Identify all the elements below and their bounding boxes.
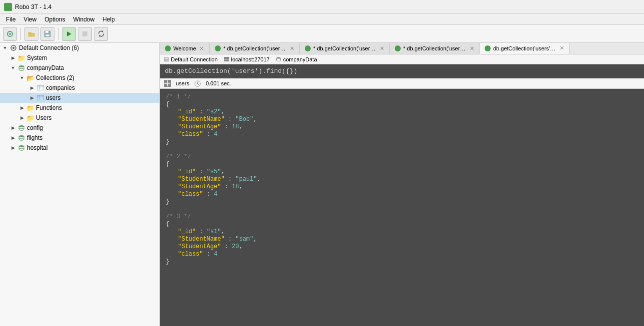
svg-point-19 xyxy=(19,125,24,127)
sidebar-item-companies[interactable]: ▶ companies xyxy=(0,83,159,93)
record-2-age: "StudentAge" : 18, xyxy=(166,183,638,190)
tab-find1-close[interactable]: ✕ xyxy=(290,45,294,52)
connection-label: Default Connection (6) xyxy=(19,44,79,51)
companydata-arrow: ▼ xyxy=(10,65,16,71)
connect-button[interactable] xyxy=(3,27,17,41)
sidebar-item-hospital[interactable]: ▶ hospital xyxy=(0,143,159,153)
tab-find2-close[interactable]: ✕ xyxy=(380,45,384,52)
tab-find2[interactable]: * db.getCollection('users').find... ✕ xyxy=(300,43,390,54)
conn-host: localhost:27017 xyxy=(224,56,270,62)
toolbar-separator-2 xyxy=(58,28,58,40)
tab-delete-close[interactable]: ✕ xyxy=(470,45,474,52)
conn-database: companyData xyxy=(276,56,317,62)
hospital-icon xyxy=(17,144,25,152)
tab-delete[interactable]: * db.getCollection('users').dele... ✕ xyxy=(390,43,480,54)
tab-welcome-label: Welcome xyxy=(173,45,196,51)
refresh-button[interactable] xyxy=(94,27,108,41)
conn-host-label: localhost:27017 xyxy=(231,56,270,62)
tab-find3[interactable]: db.getCollection('users').find({}) ✕ xyxy=(480,43,570,54)
system-arrow: ▶ xyxy=(10,55,16,61)
stop-button[interactable] xyxy=(78,27,92,41)
sidebar-item-users-folder[interactable]: ▶ 📁 Users xyxy=(0,113,159,123)
functions-arrow: ▶ xyxy=(19,105,25,111)
query-editor[interactable]: db.getCollection('users').find({}) xyxy=(160,64,644,78)
companydata-label: companyData xyxy=(27,64,64,71)
record-1-comment: /* 1 */ xyxy=(166,93,638,100)
users-collection-icon xyxy=(36,94,44,102)
open-folder-button[interactable] xyxy=(24,27,38,41)
sidebar-item-system[interactable]: ▶ 📁 System xyxy=(0,53,159,63)
record-1-close: } xyxy=(166,138,638,145)
sidebar-item-users[interactable]: ▶ users xyxy=(0,93,159,103)
hospital-arrow: ▶ xyxy=(10,145,16,151)
record-3-open: { xyxy=(166,221,638,228)
svg-point-10 xyxy=(12,47,14,49)
sidebar-item-config[interactable]: ▶ config xyxy=(0,123,159,133)
tab-welcome[interactable]: Welcome ✕ xyxy=(160,43,210,54)
svg-point-27 xyxy=(276,57,280,59)
svg-point-12 xyxy=(19,68,24,70)
collections-icon: 📂 xyxy=(26,74,34,82)
run-button[interactable] xyxy=(62,27,76,41)
config-label: config xyxy=(27,124,43,131)
flights-icon xyxy=(17,134,25,142)
conn-connection: ▤ Default Connection xyxy=(164,56,218,62)
record-2-close: } xyxy=(166,198,638,205)
conn-connection-label: Default Connection xyxy=(171,56,218,62)
sidebar-item-flights[interactable]: ▶ flights xyxy=(0,133,159,143)
collections-arrow: ▼ xyxy=(19,75,25,81)
tab-delete-icon xyxy=(395,45,401,51)
svg-rect-26 xyxy=(224,59,229,61)
users-folder-icon: 📁 xyxy=(26,114,34,122)
svg-point-22 xyxy=(19,138,24,140)
save-button[interactable] xyxy=(40,27,54,41)
clock-icon xyxy=(194,80,201,87)
functions-icon: 📁 xyxy=(26,104,34,112)
svg-rect-25 xyxy=(224,57,229,59)
record-1-name: "StudentName" : "Bob", xyxy=(166,116,638,123)
record-3-class: "class" : 4 xyxy=(166,251,638,258)
sidebar-item-companydata[interactable]: ▼ companyData xyxy=(0,63,159,73)
menu-options[interactable]: Options xyxy=(40,15,69,24)
menu-view[interactable]: View xyxy=(19,15,40,24)
toolbar-separator-1 xyxy=(20,28,21,40)
results-bar: users 0.001 sec. xyxy=(160,78,644,89)
users-folder-label: Users xyxy=(36,114,51,121)
tab-welcome-close[interactable]: ✕ xyxy=(199,45,204,52)
config-icon xyxy=(17,124,25,132)
svg-rect-6 xyxy=(82,31,87,36)
flights-label: flights xyxy=(27,134,42,141)
menu-file[interactable]: File xyxy=(2,15,19,24)
tab-find1[interactable]: * db.getCollection('users').find... ✕ xyxy=(210,43,300,54)
svg-rect-13 xyxy=(37,85,44,90)
menu-bar: File View Options Window Help xyxy=(0,14,644,25)
record-3-close: } xyxy=(166,258,638,265)
record-1-class: "class" : 4 xyxy=(166,131,638,138)
companydata-icon xyxy=(17,64,25,72)
tab-find1-icon xyxy=(215,45,221,51)
menu-help[interactable]: Help xyxy=(98,15,119,24)
record-2: /* 2 */ { "_id" : "s5", "StudentName" : … xyxy=(166,153,638,205)
results-time: 0.001 sec. xyxy=(206,80,231,86)
main-layout: ▼ Default Connection (6) ▶ 📁 System ▼ co… xyxy=(0,43,644,326)
record-2-id: "_id" : "s5", xyxy=(166,168,638,175)
content-area: Welcome ✕ * db.getCollection('users').fi… xyxy=(160,43,644,326)
toolbar xyxy=(0,25,644,43)
window-title: Robo 3T - 1.4 xyxy=(15,3,51,10)
title-bar: Robo 3T - 1.4 xyxy=(0,0,644,14)
sidebar-item-functions[interactable]: ▶ 📁 Functions xyxy=(0,103,159,113)
sidebar-item-connection[interactable]: ▼ Default Connection (6) xyxy=(0,43,159,53)
companies-arrow: ▶ xyxy=(29,85,35,91)
sidebar: ▼ Default Connection (6) ▶ 📁 System ▼ co… xyxy=(0,43,160,326)
tab-find2-icon xyxy=(305,45,311,51)
tab-find3-close[interactable]: ✕ xyxy=(560,45,564,51)
sidebar-item-collections[interactable]: ▼ 📂 Collections (2) xyxy=(0,73,159,83)
svg-rect-16 xyxy=(37,95,44,100)
record-3-age: "StudentAge" : 20, xyxy=(166,243,638,250)
server-icon xyxy=(224,56,229,62)
tab-find1-label: * db.getCollection('users').find... xyxy=(223,45,287,51)
flights-arrow: ▶ xyxy=(10,135,16,141)
svg-rect-4 xyxy=(45,34,49,36)
menu-window[interactable]: Window xyxy=(69,15,99,24)
connection-icon xyxy=(9,44,17,52)
